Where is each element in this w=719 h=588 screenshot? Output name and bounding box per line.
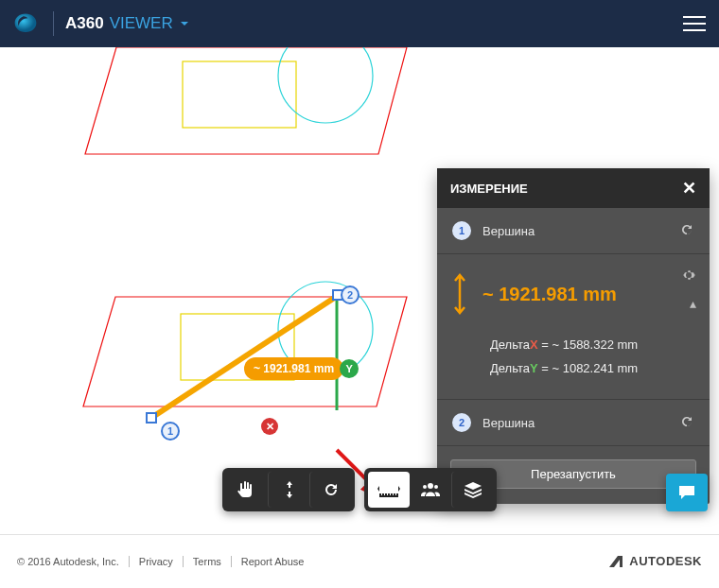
collaborate-button[interactable] bbox=[410, 472, 451, 508]
svg-rect-12 bbox=[381, 493, 382, 495]
delta-readout: ДельтаX = ~ 1588.322 mm ДельтаY = ~ 1082… bbox=[490, 334, 694, 380]
row-number-1: 1 bbox=[452, 221, 471, 240]
app-title[interactable]: A360 VIEWER bbox=[65, 14, 190, 33]
svg-rect-17 bbox=[395, 493, 396, 495]
orbit-tool-button[interactable] bbox=[268, 472, 309, 508]
product-name: A360 bbox=[65, 14, 104, 33]
comments-button[interactable] bbox=[666, 474, 708, 511]
toolbar-group-tools bbox=[364, 468, 497, 511]
row-label-2: Вершина bbox=[482, 416, 535, 430]
menu-button[interactable] bbox=[683, 16, 706, 31]
delta-y-marker: Y bbox=[340, 359, 359, 378]
panel-row-vertex-2: 2 Вершина bbox=[437, 400, 710, 446]
svg-marker-0 bbox=[85, 47, 407, 154]
vertex-marker-1: 1 bbox=[161, 422, 180, 441]
close-icon[interactable]: ✕ bbox=[682, 178, 696, 199]
svg-rect-15 bbox=[390, 493, 391, 495]
distance-arrow-icon bbox=[452, 271, 467, 317]
delta-x-line: ДельтаX = ~ 1588.322 mm bbox=[490, 334, 694, 357]
layers-button[interactable] bbox=[451, 472, 493, 508]
svg-point-2 bbox=[278, 47, 373, 123]
privacy-link[interactable]: Privacy bbox=[139, 556, 173, 567]
refresh-icon[interactable] bbox=[679, 414, 694, 432]
autodesk-logo-icon bbox=[608, 554, 623, 569]
svg-rect-16 bbox=[393, 493, 394, 495]
pan-tool-button[interactable] bbox=[226, 472, 268, 508]
toolbar-group-nav bbox=[222, 468, 355, 511]
refresh-icon[interactable] bbox=[679, 222, 694, 240]
page-footer: © 2016 Autodesk, Inc. Privacy Terms Repo… bbox=[0, 534, 719, 587]
viewer-canvas[interactable]: 1 2 ✕ ~ 1921.981 mm Y ИЗМЕРЕНИЕ ✕ 1 Верш… bbox=[0, 47, 719, 534]
header-divider bbox=[53, 11, 54, 36]
panel-result: ▴ ~ 1921.981 mm ДельтаX = ~ 1588.322 mm … bbox=[437, 254, 710, 400]
panel-title: ИЗМЕРЕНИЕ bbox=[450, 182, 528, 196]
svg-rect-8 bbox=[147, 413, 156, 423]
row-number-2: 2 bbox=[452, 413, 471, 432]
svg-marker-3 bbox=[83, 297, 407, 406]
vertex-marker-2: 2 bbox=[341, 285, 360, 304]
svg-rect-14 bbox=[387, 493, 388, 495]
report-abuse-link[interactable]: Report Abuse bbox=[241, 556, 305, 567]
copyright-text: © 2016 Autodesk, Inc. bbox=[17, 556, 119, 567]
app-header: A360 VIEWER bbox=[0, 0, 719, 47]
collapse-icon[interactable]: ▴ bbox=[690, 296, 696, 311]
distance-pill: ~ 1921.981 mm bbox=[244, 357, 343, 380]
distance-value: ~ 1921.981 mm bbox=[482, 284, 617, 305]
viewer-toolbar bbox=[222, 468, 497, 511]
app-logo-icon bbox=[13, 11, 38, 36]
delta-y-line: ДельтаY = ~ 1082.241 mm bbox=[490, 357, 694, 381]
gear-icon[interactable] bbox=[681, 268, 696, 285]
panel-header[interactable]: ИЗМЕРЕНИЕ ✕ bbox=[437, 168, 710, 208]
mode-name: VIEWER bbox=[110, 14, 173, 33]
svg-rect-13 bbox=[384, 493, 385, 495]
footer-links: © 2016 Autodesk, Inc. Privacy Terms Repo… bbox=[17, 556, 304, 567]
delta-x-marker: ✕ bbox=[261, 418, 278, 435]
chevron-down-icon bbox=[179, 18, 190, 29]
autodesk-brand: AUTODESK bbox=[608, 554, 702, 569]
measure-distance-badge: ~ 1921.981 mm Y bbox=[244, 357, 359, 380]
measure-panel: ИЗМЕРЕНИЕ ✕ 1 Вершина ▴ ~ 1921.981 mm Де… bbox=[437, 168, 710, 504]
row-label-1: Вершина bbox=[482, 224, 535, 238]
reset-view-button[interactable] bbox=[309, 472, 351, 508]
measure-tool-button[interactable] bbox=[368, 472, 410, 508]
panel-row-vertex-1: 1 Вершина bbox=[437, 208, 710, 254]
terms-link[interactable]: Terms bbox=[193, 556, 221, 567]
svg-rect-1 bbox=[183, 61, 296, 128]
